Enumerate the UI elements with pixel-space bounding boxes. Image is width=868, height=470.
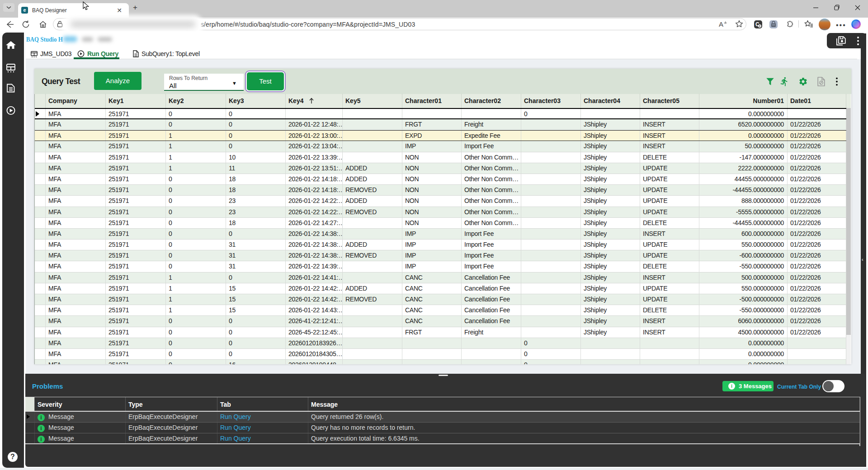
svg-text:A: A — [719, 20, 723, 28]
